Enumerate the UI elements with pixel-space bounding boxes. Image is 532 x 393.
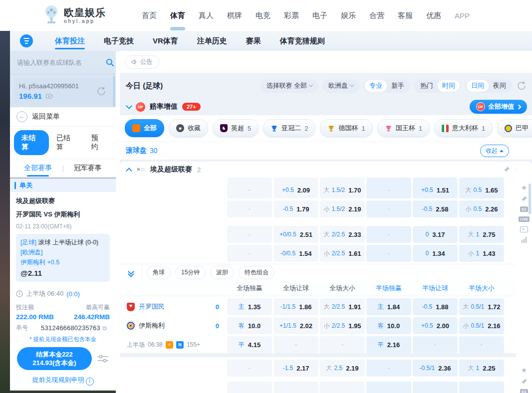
topnav-item[interactable]: 彩票 [284,1,299,30]
odds-cell[interactable]: 平2.16 [366,336,411,353]
subnav-item[interactable]: 赛果 [246,32,261,50]
market-select[interactable]: 欧洲盘 [322,79,359,93]
odds-cell[interactable]: 大1.5/21.70 [320,182,365,198]
back-to-menu[interactable]: ← 返回菜单 [10,107,116,127]
odds-cell[interactable]: 客10.0 [366,317,411,334]
odds-cell[interactable]: 大2.52.19 [320,360,365,377]
sidebar-scrollbar[interactable] [113,76,115,107]
market-column-header[interactable]: 半场让球 [413,284,458,293]
cashout-settings-icon[interactable] [97,354,109,364]
daynight-toggle-option[interactable]: 日间 [467,80,489,92]
league-select[interactable]: 选择联赛 全部 [260,79,318,93]
topnav-item[interactable]: 优惠 [426,1,441,30]
brand-logo[interactable]: 欧皇娱乐 ohyl.app [43,4,106,26]
league-filter-pill[interactable]: 国王杯1 [377,119,430,137]
cashout-rules-link[interactable]: 提前兑现规则申明i [10,372,116,391]
odds-cell[interactable]: 主1.84 [366,298,411,315]
quick-market-pill[interactable]: 波胆 [210,266,234,279]
quick-market-pill[interactable]: 15分钟 [175,266,206,279]
score-binary-icon[interactable]: 0|1 [520,206,528,212]
odds-cell[interactable]: 客10.0 [227,317,272,334]
league-filter-pill[interactable]: 意大利杯1 [434,119,493,137]
odds-cell[interactable]: -0/0.51.54 [273,245,318,262]
subnav-item[interactable]: 体育竞猜规则 [280,32,325,50]
odds-cell[interactable]: 大12.25 [459,360,504,377]
odds-cell[interactable]: 小2/2.51.61 [320,245,365,262]
topnav-item[interactable]: 合营 [369,1,384,30]
topnav-item[interactable]: 娱乐 [341,1,356,30]
subnav-item[interactable]: VR体育 [153,32,178,50]
odds-cell[interactable]: 平4.15 [227,336,272,353]
copy-icon[interactable]: ⧉ [102,325,107,332]
odds-cell[interactable]: 小11.43 [459,245,504,262]
subnav-item[interactable]: 电子竞技 [104,32,134,50]
pin-icon[interactable] [521,378,528,385]
topnav-item[interactable]: 棋牌 [227,1,242,30]
odds-cell[interactable]: -0.52.58 [413,200,458,217]
team-row-home[interactable]: 开罗国民0 [120,302,227,311]
topnav-item[interactable]: 电子 [312,1,327,30]
double-chevron-down-icon[interactable] [120,264,142,281]
odds-scrollbar[interactable] [529,184,531,214]
topnav-item[interactable]: APP [455,1,470,30]
menu-filter-icon[interactable] [20,34,33,47]
sort-toggle-option[interactable]: 时间 [438,80,460,92]
market-column-header[interactable]: 全场大小 [320,284,365,293]
topnav-item[interactable]: 体育 [170,1,185,30]
more-markets-count[interactable]: 155+ [187,341,200,348]
league-filter-pill[interactable]: ♞英超5 [213,119,259,137]
odds-cell[interactable]: +0.51.51 [413,182,458,198]
odds-cell[interactable]: -0.5/12.36 [413,360,458,377]
league-filter-pill[interactable]: 亚冠二2 [263,119,315,137]
odds-cell[interactable]: +0.52.00 [413,317,458,334]
sort-toggle-option[interactable]: 热门 [416,80,438,92]
market-column-header[interactable]: 全场让球 [273,284,318,293]
odds-cell[interactable]: -1.52.17 [273,360,318,377]
quick-market-pill[interactable]: 角球 [147,266,171,279]
pin-icon[interactable] [521,196,528,202]
score-binary-icon[interactable]: 0|1 [520,389,528,393]
odds-cell[interactable]: 大0.51.65 [459,182,504,198]
odds-cell[interactable]: +0.52.09 [273,182,318,198]
chevron-down-icon[interactable] [126,103,132,109]
odds-cell[interactable]: 小0.52.26 [459,200,504,217]
odds-cell[interactable]: 大2/2.51.91 [320,298,365,315]
odds-cell[interactable]: 大12.75 [459,226,504,243]
mode-toggle-option[interactable]: 新手 [387,80,409,92]
league-filter-pill[interactable]: 巴甲5 [497,119,532,137]
odds-cell[interactable]: -1/1.51.86 [273,298,318,315]
odds-cell[interactable]: 小1.5/22.19 [320,200,365,217]
subnav-item[interactable]: 体育投注 [55,32,85,50]
bet-status-tab[interactable]: 未结算 [14,130,49,155]
announcement-pill[interactable]: 公告 [125,55,159,69]
odds-cell[interactable]: 小2/2.51.95 [320,317,365,334]
odds-cell[interactable]: +1/1.52.02 [273,317,318,334]
live-stream-icon[interactable]: LIVE [519,216,530,222]
refresh-balance-icon[interactable] [96,86,107,97]
market-column-header[interactable]: 全场独赢 [227,284,272,293]
odds-cell[interactable]: 主1.35 [227,298,272,315]
topnav-item[interactable]: 首页 [142,1,157,30]
daynight-toggle-option[interactable]: 夜间 [489,80,511,92]
league-filter-pill[interactable]: 全部 [125,119,164,137]
stats-bars-icon[interactable] [522,237,527,243]
topnav-item[interactable]: 电竞 [256,1,270,30]
subnav-item[interactable]: 注单历史 [197,32,227,50]
topnav-item[interactable]: 真人 [199,1,214,30]
star-icon[interactable]: ★ [521,184,528,191]
market-column-header[interactable]: 半场大小 [459,284,504,293]
match-tracker-icon[interactable] [520,226,528,232]
eye-icon[interactable] [45,94,53,99]
all-boost-button[interactable]: UP 全部增值 [470,100,527,114]
odds-cell[interactable]: 大0.5/11.72 [459,298,504,315]
refresh-icon[interactable] [516,80,527,91]
event-type-tab[interactable]: 冠军赛事 [73,161,103,176]
cashout-button[interactable]: 结算本金222 214.93(含本金) [17,347,92,370]
event-type-tab[interactable]: 全部赛事 [23,161,53,176]
odds-cell[interactable]: 大2/2.52.33 [320,226,365,243]
collapse-button[interactable]: 收起 [480,145,509,157]
odds-cell[interactable]: -0.51.79 [273,200,318,217]
odds-cell[interactable]: 小0.5/12.16 [459,317,504,334]
topnav-item[interactable]: 客服 [398,1,413,30]
odds-cell[interactable]: 01.34 [413,245,458,262]
